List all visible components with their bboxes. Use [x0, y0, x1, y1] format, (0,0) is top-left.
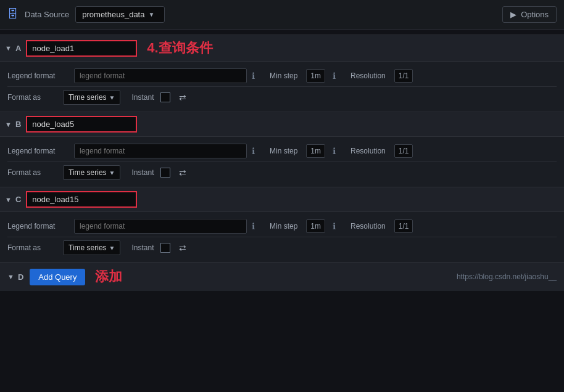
resolution-label-c: Resolution [350, 222, 386, 231]
query-input-a[interactable] [26, 40, 137, 57]
collapse-arrow-a[interactable]: ▼ [5, 44, 12, 52]
instant-label-a: Instant [131, 93, 154, 102]
query-letter-d: D [18, 272, 23, 282]
min-step-value-b: 1m [306, 144, 325, 158]
legend-format-label-b: Legend format [7, 147, 69, 155]
instant-label-c: Instant [131, 243, 154, 252]
format-as-label-a: Format as [7, 93, 57, 102]
link-icon-c[interactable]: ⇄ [179, 243, 186, 253]
query-input-c[interactable] [26, 191, 137, 208]
main-content: ▼ A 4.查询条件 Legend format ℹ Min step 1m ℹ… [0, 30, 564, 296]
format-as-value-c: Time series [68, 243, 107, 252]
format-as-label-b: Format as [7, 168, 57, 177]
add-annotation-text: 添加 [95, 267, 122, 286]
min-step-value-a: 1m [306, 69, 325, 83]
instant-checkbox-c[interactable] [160, 243, 170, 253]
query-header-a: ▼ A 4.查询条件 [0, 35, 564, 61]
format-arrow-icon-b: ▼ [109, 169, 115, 176]
resolution-value-a: 1/1 [394, 69, 413, 83]
query-block-b: ▼ B Legend format ℹ Min step 1m ℹ Resolu… [0, 112, 564, 187]
query-header-b: ▼ B [0, 112, 564, 136]
options-arrow-icon: ▶ [510, 10, 516, 19]
database-icon: 🗄 [7, 8, 19, 21]
format-row-c: Format as Time series ▼ Instant ⇄ [7, 237, 557, 258]
instant-checkbox-a[interactable] [160, 92, 170, 102]
add-query-row: ▼ D Add Query 添加 https://blog.csdn.net/j… [0, 262, 564, 291]
resolution-value-c: 1/1 [394, 219, 413, 233]
link-icon-b[interactable]: ⇄ [179, 168, 186, 178]
instant-label-b: Instant [131, 168, 154, 177]
query-input-b[interactable] [26, 116, 137, 133]
query-body-b: Legend format ℹ Min step 1m ℹ Resolution… [0, 136, 564, 187]
min-step-label-b: Min step [270, 147, 297, 155]
resolution-label-b: Resolution [350, 147, 386, 155]
info-icon-b[interactable]: ℹ [252, 146, 255, 156]
query-header-c: ▼ C [0, 187, 564, 211]
info-icon-c[interactable]: ℹ [252, 221, 255, 231]
query-letter-b: B [15, 120, 21, 129]
min-step-info-icon-b[interactable]: ℹ [333, 146, 336, 156]
min-step-info-icon-a[interactable]: ℹ [333, 71, 336, 81]
query-body-c: Legend format ℹ Min step 1m ℹ Resolution… [0, 211, 564, 262]
min-step-label-c: Min step [270, 222, 297, 231]
format-as-dropdown-a[interactable]: Time series ▼ [63, 90, 120, 105]
resolution-label-a: Resolution [350, 71, 386, 80]
query-block-a: ▼ A 4.查询条件 Legend format ℹ Min step 1m ℹ… [0, 35, 564, 112]
legend-format-input-a[interactable] [74, 68, 247, 83]
query-block-c: ▼ C Legend format ℹ Min step 1m ℹ Resolu… [0, 187, 564, 262]
collapse-arrow-b[interactable]: ▼ [5, 121, 12, 128]
format-as-value-b: Time series [68, 168, 107, 177]
resolution-value-b: 1/1 [394, 144, 413, 158]
format-arrow-icon-c: ▼ [109, 245, 115, 251]
collapse-arrow-d[interactable]: ▼ [7, 273, 14, 280]
format-arrow-icon-a: ▼ [109, 94, 115, 101]
info-icon-a[interactable]: ℹ [252, 71, 255, 81]
data-source-dropdown[interactable]: prometheus_data ▼ [75, 6, 165, 23]
legend-format-input-b[interactable] [74, 144, 247, 158]
data-source-label: Data Source [25, 10, 69, 19]
format-as-value-a: Time series [68, 93, 107, 102]
min-step-info-icon-c[interactable]: ℹ [333, 221, 336, 231]
min-step-label-a: Min step [270, 71, 297, 80]
min-step-value-c: 1m [306, 219, 325, 233]
add-query-button[interactable]: Add Query [30, 269, 85, 285]
legend-row-c: Legend format ℹ Min step 1m ℹ Resolution… [7, 216, 557, 237]
options-button[interactable]: ▶ Options [502, 6, 557, 23]
top-bar: 🗄 Data Source prometheus_data ▼ ▶ Option… [0, 0, 564, 30]
query-annotation-a: 4.查询条件 [147, 39, 212, 57]
ds-name: prometheus_data [82, 10, 144, 19]
instant-checkbox-b[interactable] [160, 168, 170, 178]
query-letter-c: C [15, 195, 21, 204]
format-as-label-c: Format as [7, 243, 57, 252]
collapse-arrow-c[interactable]: ▼ [5, 196, 12, 203]
dropdown-arrow-icon: ▼ [148, 11, 154, 18]
format-as-dropdown-b[interactable]: Time series ▼ [63, 165, 120, 180]
query-letter-a: A [15, 44, 21, 53]
format-row-b: Format as Time series ▼ Instant ⇄ [7, 161, 557, 183]
legend-row-b: Legend format ℹ Min step 1m ℹ Resolution… [7, 141, 557, 161]
format-as-dropdown-c[interactable]: Time series ▼ [63, 240, 120, 255]
link-icon-a[interactable]: ⇄ [179, 92, 186, 102]
format-row-a: Format as Time series ▼ Instant ⇄ [7, 86, 557, 108]
legend-format-input-c[interactable] [74, 219, 247, 234]
query-body-a: Legend format ℹ Min step 1m ℹ Resolution… [0, 61, 564, 112]
legend-format-label-c: Legend format [7, 222, 69, 231]
bottom-url: https://blog.csdn.net/jiaoshu__ [457, 272, 557, 281]
legend-format-label-a: Legend format [7, 71, 69, 80]
legend-row-a: Legend format ℹ Min step 1m ℹ Resolution… [7, 65, 557, 86]
